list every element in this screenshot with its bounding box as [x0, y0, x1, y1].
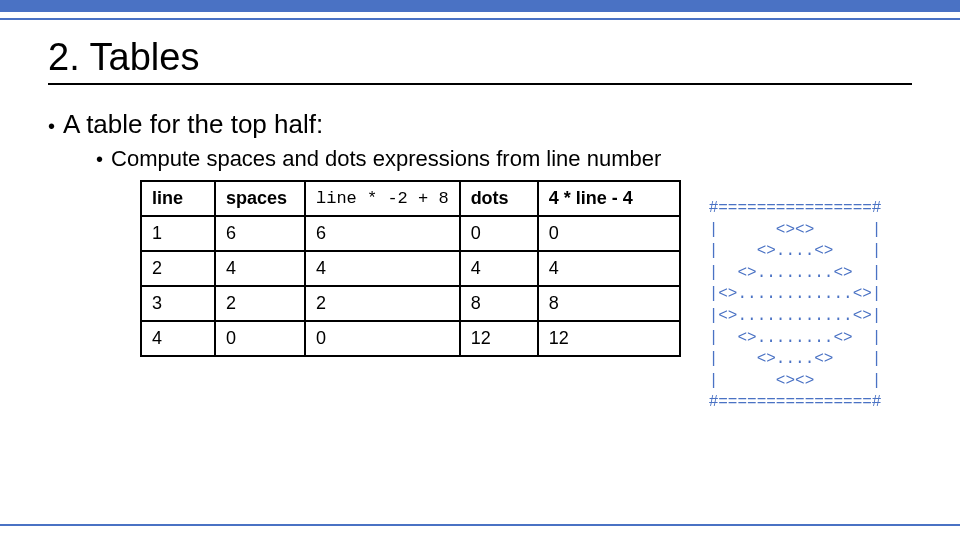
td-line: 1	[141, 216, 215, 251]
table-row: 1 6 6 0 0	[141, 216, 680, 251]
td-expr-dots: 0	[538, 216, 680, 251]
bullet-level-1: • A table for the top half:	[48, 109, 912, 140]
td-dots: 8	[460, 286, 538, 321]
bullet-dot-icon: •	[96, 149, 103, 169]
td-dots: 4	[460, 251, 538, 286]
expressions-table: line spaces line * -2 + 8 dots 4 * line …	[140, 180, 681, 357]
th-dots: dots	[460, 181, 538, 216]
bullet-level-1-text: A table for the top half:	[63, 109, 323, 140]
td-dots: 0	[460, 216, 538, 251]
td-line: 2	[141, 251, 215, 286]
td-spaces: 2	[215, 286, 305, 321]
td-expr-spaces: 0	[305, 321, 460, 356]
bullet-dot-icon: •	[48, 116, 55, 136]
td-expr-spaces: 6	[305, 216, 460, 251]
bullet-level-2: • Compute spaces and dots expressions fr…	[96, 146, 912, 172]
td-dots: 12	[460, 321, 538, 356]
slide-content: 2. Tables • A table for the top half: • …	[0, 20, 960, 414]
table-row: 3 2 2 8 8	[141, 286, 680, 321]
top-accent-bars	[0, 0, 960, 20]
th-expr-spaces: line * -2 + 8	[305, 181, 460, 216]
th-line: line	[141, 181, 215, 216]
td-expr-dots: 4	[538, 251, 680, 286]
td-spaces: 0	[215, 321, 305, 356]
ascii-rhombus-figure: #================# | <><> | | <>....<> |…	[709, 198, 882, 414]
accent-bar-thick	[0, 0, 960, 12]
bottom-accent-line	[0, 524, 960, 526]
table-header-row: line spaces line * -2 + 8 dots 4 * line …	[141, 181, 680, 216]
td-expr-spaces: 4	[305, 251, 460, 286]
td-spaces: 4	[215, 251, 305, 286]
td-expr-dots: 8	[538, 286, 680, 321]
td-line: 3	[141, 286, 215, 321]
bullet-list: • A table for the top half: • Compute sp…	[48, 109, 912, 172]
table-row: 4 0 0 12 12	[141, 321, 680, 356]
td-spaces: 6	[215, 216, 305, 251]
page-title: 2. Tables	[48, 36, 912, 85]
td-expr-dots: 12	[538, 321, 680, 356]
table-and-figure-row: line spaces line * -2 + 8 dots 4 * line …	[48, 180, 912, 414]
table-row: 2 4 4 4 4	[141, 251, 680, 286]
th-spaces: spaces	[215, 181, 305, 216]
td-expr-spaces: 2	[305, 286, 460, 321]
td-line: 4	[141, 321, 215, 356]
th-expr-dots: 4 * line - 4	[538, 181, 680, 216]
bullet-level-2-text: Compute spaces and dots expressions from…	[111, 146, 661, 172]
